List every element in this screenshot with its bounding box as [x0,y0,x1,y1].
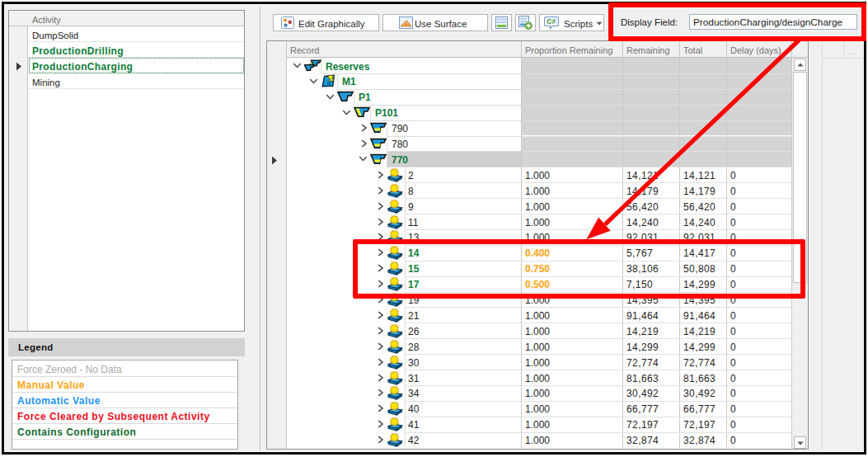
svg-text:C#: C# [547,17,556,26]
